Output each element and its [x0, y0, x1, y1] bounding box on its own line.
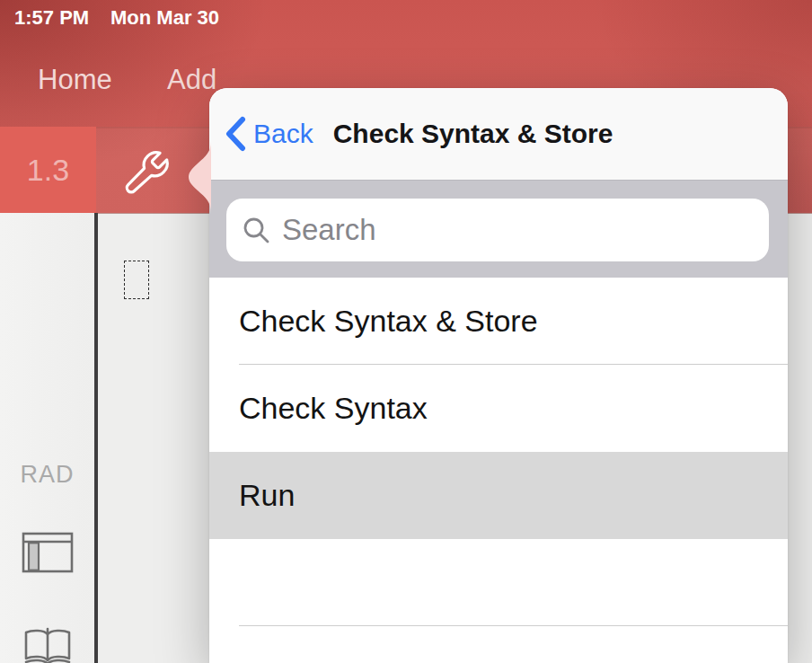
- search-field[interactable]: [226, 199, 769, 261]
- search-icon: [242, 216, 270, 244]
- nav-home-button[interactable]: Home: [38, 64, 112, 96]
- menu-item-check-syntax-store[interactable]: Check Syntax & Store: [209, 278, 788, 365]
- page-tab-label: 1.3: [27, 153, 69, 188]
- menu-list: Check Syntax & Store Check Syntax Run: [209, 278, 788, 626]
- app-screen: 1:57 PM Mon Mar 30 Home Add 1.3 RAD: [0, 0, 812, 663]
- catalog-button[interactable]: [0, 626, 94, 663]
- page-layout-button[interactable]: [0, 531, 94, 574]
- menu-item-check-syntax[interactable]: Check Syntax: [209, 365, 788, 452]
- tools-button[interactable]: [121, 139, 175, 200]
- menu-item-label: Check Syntax & Store: [239, 304, 538, 339]
- menu-item-empty: [209, 539, 788, 626]
- catalog-book-icon: [21, 626, 75, 663]
- chevron-left-icon: [225, 116, 246, 152]
- status-time: 1:57 PM: [14, 6, 89, 30]
- popover-header: Back Check Syntax & Store: [209, 88, 788, 181]
- angle-mode-indicator: RAD: [0, 461, 94, 489]
- search-input[interactable]: [282, 199, 769, 261]
- tools-popover: Back Check Syntax & Store Check Syntax &…: [209, 88, 788, 663]
- status-bar: 1:57 PM Mon Mar 30: [0, 0, 812, 36]
- search-band: [209, 181, 788, 278]
- menu-item-label: Run: [239, 478, 295, 513]
- page-layout-icon: [22, 531, 74, 574]
- menu-item-label: Check Syntax: [239, 391, 428, 426]
- status-date: Mon Mar 30: [110, 6, 219, 30]
- back-button-label: Back: [253, 119, 313, 149]
- back-button[interactable]: Back: [225, 116, 313, 152]
- sidebar-divider: [94, 213, 98, 663]
- nav-add-button[interactable]: Add: [167, 64, 216, 96]
- menu-item-run[interactable]: Run: [209, 452, 788, 539]
- sidebar: RAD: [0, 213, 94, 663]
- document-selection-box[interactable]: [124, 261, 149, 299]
- wrench-icon: [121, 139, 175, 200]
- popover-title: Check Syntax & Store: [333, 119, 613, 149]
- page-tab-1-3[interactable]: 1.3: [0, 127, 96, 213]
- popover-arrow: [188, 141, 211, 213]
